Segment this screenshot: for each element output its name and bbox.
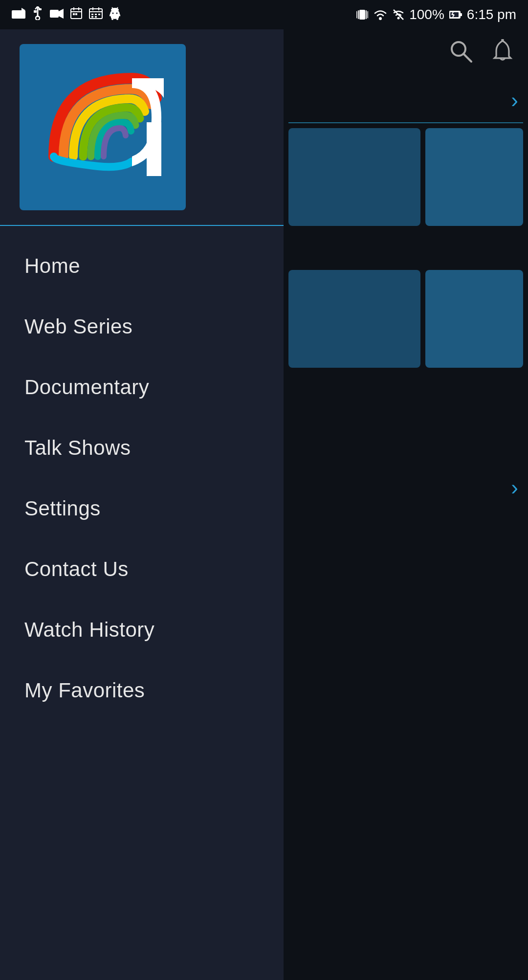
svg-rect-14 (73, 13, 75, 15)
svg-point-27 (116, 13, 118, 14)
nav-item-documentary[interactable]: Documentary (0, 357, 284, 418)
svg-rect-46 (460, 13, 462, 16)
section-header-1: › (288, 78, 523, 123)
chevron-right-2[interactable]: › (511, 475, 518, 500)
spacer-2 (288, 368, 523, 466)
thumbnail-1[interactable] (288, 128, 420, 226)
top-actions (284, 29, 528, 78)
svg-rect-20 (91, 14, 93, 15)
status-right: 100% 6:15 pm (356, 7, 516, 22)
nav-item-contact-us[interactable]: Contact Us (0, 539, 284, 600)
svg-rect-15 (75, 13, 77, 15)
notification-icon[interactable] (492, 39, 513, 68)
svg-rect-23 (91, 16, 93, 18)
android-icon (110, 6, 120, 23)
svg-rect-0 (12, 10, 25, 19)
content-rows: › › (284, 78, 528, 510)
svg-point-41 (379, 17, 382, 20)
chevron-right-1[interactable]: › (511, 88, 518, 112)
app-container: › › (0, 29, 528, 980)
camera-icon (12, 8, 25, 22)
svg-rect-24 (95, 16, 97, 18)
svg-rect-36 (359, 10, 365, 20)
spacer-1 (288, 226, 523, 265)
svg-rect-6 (34, 10, 37, 13)
logo-svg (34, 59, 171, 196)
nav-item-watch-history[interactable]: Watch History (0, 600, 284, 660)
svg-rect-47 (450, 12, 459, 17)
nav-item-settings[interactable]: Settings (0, 478, 284, 539)
video-icon (50, 8, 64, 22)
nav-item-web-series[interactable]: Web Series (0, 296, 284, 357)
svg-point-32 (111, 8, 119, 12)
status-icons (12, 6, 120, 23)
svg-marker-1 (22, 8, 25, 10)
svg-rect-21 (95, 14, 97, 15)
nav-item-home[interactable]: Home (0, 236, 284, 296)
calendar1-icon (70, 7, 82, 22)
app-logo (20, 44, 186, 210)
nav-list: Home Web Series Documentary Talk Shows S… (0, 226, 284, 980)
search-icon[interactable] (449, 39, 472, 68)
svg-point-43 (397, 17, 400, 20)
nav-item-my-favorites[interactable]: My Favorites (0, 660, 284, 721)
svg-rect-7 (39, 8, 42, 10)
thumbnails-row-2 (288, 270, 523, 368)
svg-rect-35 (116, 17, 118, 20)
svg-line-52 (463, 54, 471, 62)
status-bar: 100% 6:15 pm (0, 0, 528, 29)
svg-rect-8 (50, 10, 59, 18)
svg-point-3 (36, 16, 40, 20)
wifi-icon (373, 9, 388, 21)
no-signal-icon (393, 9, 404, 21)
vibrate-icon (356, 8, 368, 22)
battery-percent: 100% (409, 7, 444, 22)
thumbnail-2[interactable] (425, 128, 523, 226)
battery-icon (449, 10, 462, 19)
thumbnail-4[interactable] (425, 270, 523, 368)
calendar2-icon (89, 7, 103, 22)
thumbnail-3[interactable] (288, 270, 420, 368)
svg-marker-9 (59, 9, 64, 19)
logo-area (0, 29, 284, 226)
status-time: 6:15 pm (467, 7, 516, 22)
svg-rect-34 (111, 17, 113, 20)
navigation-drawer: Home Web Series Documentary Talk Shows S… (0, 29, 284, 980)
nav-item-talk-shows[interactable]: Talk Shows (0, 418, 284, 478)
svg-rect-54 (147, 122, 161, 176)
thumbnails-row-1 (288, 128, 523, 226)
svg-point-26 (112, 13, 114, 14)
usb-icon (32, 6, 43, 23)
main-content: › › (284, 29, 528, 980)
svg-rect-22 (98, 14, 100, 15)
section-footer: › (288, 466, 523, 510)
